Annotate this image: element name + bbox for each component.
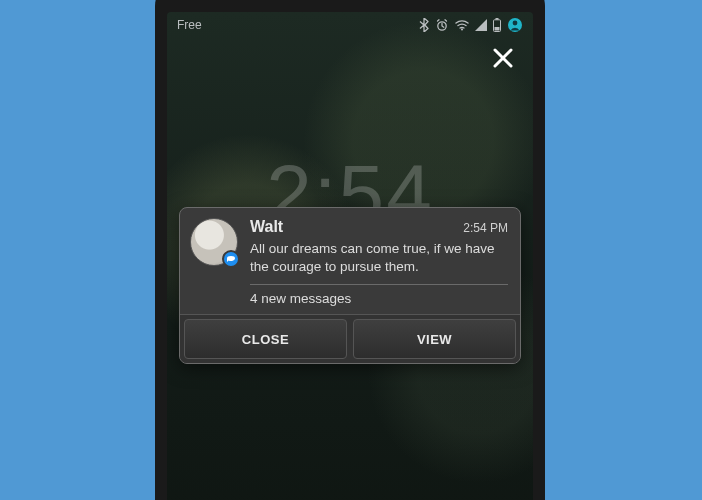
notification-body: Walt 2:54 PM All our dreams can come tru… bbox=[180, 208, 520, 314]
notification-sender: Walt bbox=[250, 218, 283, 236]
avatar bbox=[190, 218, 238, 266]
notification-card[interactable]: Walt 2:54 PM All our dreams can come tru… bbox=[179, 207, 521, 364]
status-bar: Free bbox=[167, 12, 533, 38]
notification-message: All our dreams can come true, if we have… bbox=[250, 240, 508, 276]
notification-time: 2:54 PM bbox=[463, 221, 508, 235]
notification-actions: CLOSE VIEW bbox=[180, 314, 520, 363]
phone-frame: Free bbox=[155, 0, 545, 500]
svg-rect-3 bbox=[496, 18, 499, 20]
carrier-label: Free bbox=[177, 18, 202, 32]
notification-summary: 4 new messages bbox=[250, 291, 508, 306]
signal-icon bbox=[475, 19, 487, 31]
battery-icon bbox=[493, 18, 501, 32]
svg-point-1 bbox=[461, 29, 463, 31]
close-button[interactable]: CLOSE bbox=[184, 319, 347, 359]
profile-icon bbox=[507, 17, 523, 33]
alarm-icon bbox=[435, 18, 449, 32]
view-button[interactable]: VIEW bbox=[353, 319, 516, 359]
phone-screen: Free bbox=[167, 12, 533, 500]
divider bbox=[250, 284, 508, 285]
wifi-icon bbox=[455, 19, 469, 31]
status-icons bbox=[419, 17, 523, 33]
message-app-badge-icon bbox=[222, 250, 240, 268]
bluetooth-icon bbox=[419, 18, 429, 32]
close-icon[interactable] bbox=[491, 46, 515, 74]
svg-point-6 bbox=[513, 21, 518, 26]
svg-rect-4 bbox=[495, 27, 500, 31]
